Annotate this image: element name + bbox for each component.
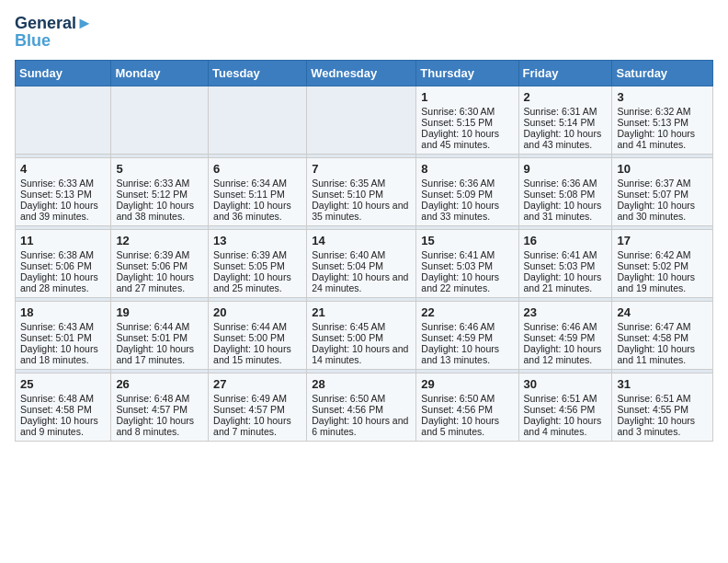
sunset-text: Sunset: 5:06 PM [116, 260, 203, 271]
day-number: 15 [421, 234, 513, 247]
day-number: 10 [617, 162, 708, 176]
day-cell: 22Sunrise: 6:46 AMSunset: 4:59 PMDayligh… [416, 302, 518, 370]
sunrise-text: Sunrise: 6:49 AM [213, 393, 301, 404]
sunset-text: Sunset: 5:03 PM [421, 260, 513, 271]
sunset-text: Sunset: 5:15 PM [421, 117, 513, 128]
day-number: 29 [421, 377, 513, 391]
week-row-1: 1Sunrise: 6:30 AMSunset: 5:15 PMDaylight… [16, 86, 713, 155]
day-number: 31 [617, 377, 708, 391]
sunrise-text: Sunrise: 6:50 AM [312, 393, 411, 404]
sunset-text: Sunset: 5:14 PM [524, 117, 608, 128]
daylight-text: Daylight: 10 hours and 31 minutes. [524, 200, 608, 222]
header-row: SundayMondayTuesdayWednesdayThursdayFrid… [16, 61, 713, 86]
daylight-text: Daylight: 10 hours and 39 minutes. [20, 200, 106, 222]
day-cell: 25Sunrise: 6:48 AMSunset: 4:58 PMDayligh… [16, 373, 111, 442]
sunset-text: Sunset: 5:03 PM [524, 260, 608, 271]
daylight-text: Daylight: 10 hours and 6 minutes. [312, 415, 411, 437]
sunset-text: Sunset: 5:08 PM [524, 189, 608, 200]
day-cell: 18Sunrise: 6:43 AMSunset: 5:01 PMDayligh… [16, 302, 111, 370]
sunrise-text: Sunrise: 6:38 AM [20, 249, 106, 260]
daylight-text: Daylight: 10 hours and 7 minutes. [213, 415, 301, 437]
logo: General► Blue [15, 15, 93, 51]
sunset-text: Sunset: 4:58 PM [617, 332, 708, 343]
sunrise-text: Sunrise: 6:48 AM [116, 393, 203, 404]
daylight-text: Daylight: 10 hours and 8 minutes. [116, 415, 203, 437]
day-number: 19 [116, 305, 203, 319]
daylight-text: Daylight: 10 hours and 27 minutes. [116, 271, 203, 293]
day-cell [307, 86, 416, 155]
day-cell: 11Sunrise: 6:38 AMSunset: 5:06 PMDayligh… [16, 230, 111, 298]
day-cell: 15Sunrise: 6:41 AMSunset: 5:03 PMDayligh… [416, 230, 518, 298]
sunset-text: Sunset: 5:09 PM [421, 189, 513, 200]
day-number: 18 [20, 305, 106, 319]
day-number: 13 [213, 234, 301, 247]
week-row-2: 4Sunrise: 6:33 AMSunset: 5:13 PMDaylight… [16, 158, 713, 226]
sunset-text: Sunset: 5:01 PM [116, 332, 203, 343]
daylight-text: Daylight: 10 hours and 5 minutes. [421, 415, 513, 437]
sunset-text: Sunset: 5:13 PM [617, 117, 708, 128]
day-number: 24 [617, 305, 708, 319]
day-cell: 28Sunrise: 6:50 AMSunset: 4:56 PMDayligh… [307, 373, 416, 442]
daylight-text: Daylight: 10 hours and 15 minutes. [213, 343, 301, 365]
sunset-text: Sunset: 4:57 PM [213, 404, 301, 415]
sunrise-text: Sunrise: 6:51 AM [617, 393, 708, 404]
day-number: 25 [20, 377, 106, 391]
col-header-tuesday: Tuesday [209, 61, 307, 86]
day-cell: 6Sunrise: 6:34 AMSunset: 5:11 PMDaylight… [209, 158, 307, 226]
sunrise-text: Sunrise: 6:30 AM [421, 106, 513, 117]
sunset-text: Sunset: 4:56 PM [421, 404, 513, 415]
daylight-text: Daylight: 10 hours and 4 minutes. [524, 415, 608, 437]
sunset-text: Sunset: 5:11 PM [213, 189, 301, 200]
sunrise-text: Sunrise: 6:40 AM [312, 249, 411, 260]
sunrise-text: Sunrise: 6:42 AM [617, 249, 708, 260]
day-cell: 19Sunrise: 6:44 AMSunset: 5:01 PMDayligh… [111, 302, 209, 370]
week-row-5: 25Sunrise: 6:48 AMSunset: 4:58 PMDayligh… [16, 373, 713, 442]
day-cell: 29Sunrise: 6:50 AMSunset: 4:56 PMDayligh… [416, 373, 518, 442]
sunrise-text: Sunrise: 6:31 AM [524, 106, 608, 117]
daylight-text: Daylight: 10 hours and 30 minutes. [617, 200, 708, 222]
sunrise-text: Sunrise: 6:47 AM [617, 321, 708, 332]
daylight-text: Daylight: 10 hours and 22 minutes. [421, 271, 513, 293]
sunset-text: Sunset: 5:10 PM [312, 189, 411, 200]
daylight-text: Daylight: 10 hours and 11 minutes. [617, 343, 708, 365]
sunset-text: Sunset: 5:05 PM [213, 260, 301, 271]
sunrise-text: Sunrise: 6:39 AM [116, 249, 203, 260]
daylight-text: Daylight: 10 hours and 43 minutes. [524, 128, 608, 150]
day-number: 21 [312, 305, 411, 319]
sunrise-text: Sunrise: 6:33 AM [116, 178, 203, 189]
calendar-table: SundayMondayTuesdayWednesdayThursdayFrid… [15, 60, 713, 442]
daylight-text: Daylight: 10 hours and 45 minutes. [421, 128, 513, 150]
sunset-text: Sunset: 4:59 PM [421, 332, 513, 343]
daylight-text: Daylight: 10 hours and 25 minutes. [213, 271, 301, 293]
day-cell: 24Sunrise: 6:47 AMSunset: 4:58 PMDayligh… [612, 302, 713, 370]
day-cell: 17Sunrise: 6:42 AMSunset: 5:02 PMDayligh… [612, 230, 713, 298]
sunset-text: Sunset: 5:04 PM [312, 260, 411, 271]
sunset-text: Sunset: 4:58 PM [20, 404, 106, 415]
sunrise-text: Sunrise: 6:36 AM [524, 178, 608, 189]
week-row-4: 18Sunrise: 6:43 AMSunset: 5:01 PMDayligh… [16, 302, 713, 370]
day-cell: 5Sunrise: 6:33 AMSunset: 5:12 PMDaylight… [111, 158, 209, 226]
day-number: 4 [20, 162, 106, 176]
day-number: 26 [116, 377, 203, 391]
sunrise-text: Sunrise: 6:43 AM [20, 321, 106, 332]
sunrise-text: Sunrise: 6:34 AM [213, 178, 301, 189]
day-number: 11 [20, 234, 106, 247]
daylight-text: Daylight: 10 hours and 36 minutes. [213, 200, 301, 222]
day-number: 14 [312, 234, 411, 247]
day-number: 28 [312, 377, 411, 391]
day-cell: 27Sunrise: 6:49 AMSunset: 4:57 PMDayligh… [209, 373, 307, 442]
day-cell: 30Sunrise: 6:51 AMSunset: 4:56 PMDayligh… [518, 373, 612, 442]
day-number: 23 [524, 305, 608, 319]
sunrise-text: Sunrise: 6:46 AM [421, 321, 513, 332]
day-cell: 23Sunrise: 6:46 AMSunset: 4:59 PMDayligh… [518, 302, 612, 370]
day-number: 22 [421, 305, 513, 319]
week-row-3: 11Sunrise: 6:38 AMSunset: 5:06 PMDayligh… [16, 230, 713, 298]
daylight-text: Daylight: 10 hours and 33 minutes. [421, 200, 513, 222]
day-cell: 20Sunrise: 6:44 AMSunset: 5:00 PMDayligh… [209, 302, 307, 370]
day-cell: 21Sunrise: 6:45 AMSunset: 5:00 PMDayligh… [307, 302, 416, 370]
sunset-text: Sunset: 5:02 PM [617, 260, 708, 271]
day-number: 8 [421, 162, 513, 176]
sunset-text: Sunset: 4:59 PM [524, 332, 608, 343]
sunset-text: Sunset: 5:13 PM [20, 189, 106, 200]
sunrise-text: Sunrise: 6:33 AM [20, 178, 106, 189]
